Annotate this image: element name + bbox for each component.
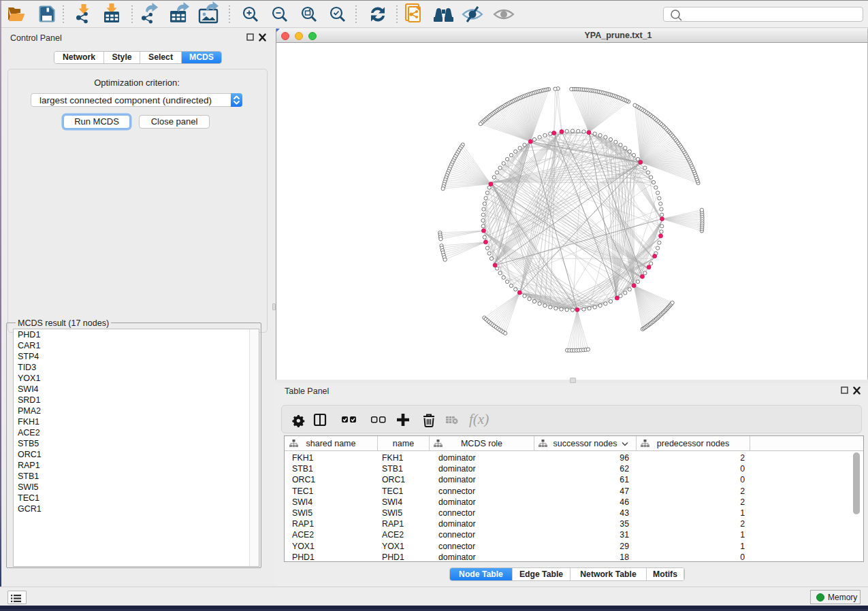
svg-text:f(x): f(x)	[469, 411, 489, 427]
